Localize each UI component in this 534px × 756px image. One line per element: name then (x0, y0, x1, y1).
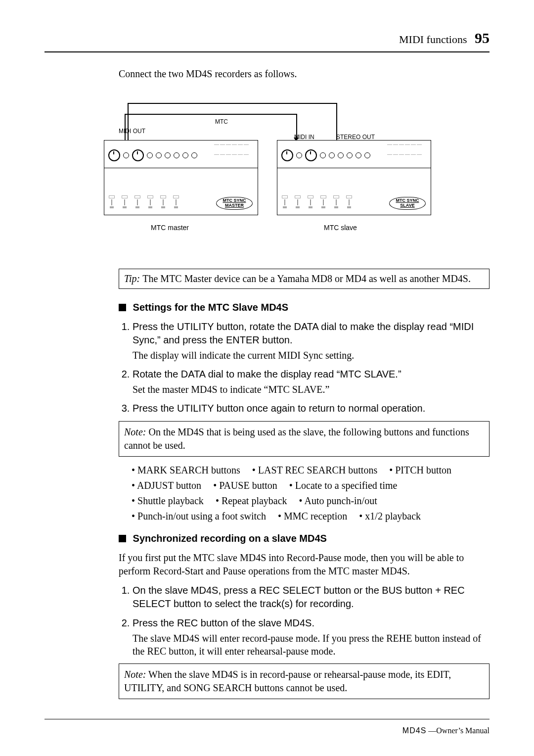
knob-icon (281, 149, 293, 161)
sync-badge-master: MTC SYNC MASTER (216, 197, 253, 210)
label-text: MIDI OUT (119, 128, 145, 135)
footer-logo: MD4S (402, 726, 426, 735)
knob-icon (132, 149, 144, 161)
list-item: MMC reception (278, 510, 347, 523)
caption-slave: MTC slave (324, 223, 357, 233)
device-top-panel (277, 141, 431, 168)
device-top-panel (104, 141, 258, 168)
sync-badge-slave: MTC SYNC SLAVE (389, 197, 426, 210)
list-item: PAUSE button (213, 479, 277, 492)
device-master: MTC SYNC MASTER (104, 140, 258, 215)
note-box-pause-mode: Note: When the slave MD4S is in record-p… (119, 663, 490, 699)
knob-icon (329, 152, 335, 158)
header-section: MIDI functions (399, 33, 467, 46)
list-item: LAST REC SEARCH buttons (252, 464, 377, 477)
cable-line (129, 103, 336, 104)
list-item: Locate to a specified time (289, 479, 398, 492)
note-label: Note: (124, 669, 146, 680)
cannot-use-list: MARK SEARCH buttons LAST REC SEARCH butt… (132, 464, 490, 523)
slider-row (281, 195, 353, 211)
knob-icon (338, 152, 344, 158)
knob-row (108, 149, 197, 161)
device-slave: MTC SYNC SLAVE (277, 140, 431, 215)
steps-list-settings: Press the UTILITY button, rotate the DAT… (119, 320, 490, 415)
step-main: Press the UTILITY button, rotate the DAT… (133, 321, 474, 345)
slider-icon (108, 195, 115, 211)
slider-icon (160, 195, 167, 211)
slider-icon (281, 195, 288, 211)
display-lines-icon (387, 144, 427, 163)
step-item: Press the UTILITY button, rotate the DAT… (133, 320, 490, 362)
slider-icon (320, 195, 327, 211)
knob-row (281, 149, 370, 161)
knob-icon (108, 149, 120, 161)
footer-text: —Owner’s Manual (428, 726, 490, 735)
knob-icon (147, 152, 153, 158)
step-item: On the slave MD4S, press a REC SELECT bu… (133, 584, 490, 611)
slider-icon (346, 195, 353, 211)
device-bottom-panel: MTC SYNC SLAVE (277, 168, 431, 215)
section2-intro: If you first put the MTC slave MD4S into… (119, 551, 490, 578)
slider-icon (147, 195, 154, 211)
list-item: x1/2 playback (359, 510, 421, 523)
tip-label: Tip: (124, 273, 140, 284)
list-item: Repeat playback (216, 494, 287, 508)
knob-icon (364, 152, 370, 158)
knob-icon (320, 152, 326, 158)
knob-icon (165, 152, 171, 158)
tip-box: Tip: The MTC Master device can be a Yama… (119, 269, 490, 289)
display-lines-icon (214, 144, 254, 163)
slider-row (108, 195, 179, 211)
list-item: MARK SEARCH buttons (132, 464, 240, 477)
label-midi-out: MIDI OUT (119, 127, 145, 135)
slider-icon (294, 195, 301, 211)
section-heading-settings: Settings for the MTC Slave MD4S (119, 301, 490, 314)
connection-diagram: MIDI OUT MTC MIDI IN STEREO OUT (104, 91, 490, 249)
section-heading-sync-rec: Synchronized recording on a slave MD4S (119, 532, 490, 545)
slider-icon (173, 195, 179, 211)
steps-list-syncrec: On the slave MD4S, press a REC SELECT bu… (119, 584, 490, 658)
tip-text: The MTC Master device can be a Yamaha MD… (142, 273, 471, 284)
step-main: On the slave MD4S, press a REC SELECT bu… (133, 585, 465, 609)
step-item: Press the UTILITY button once again to r… (133, 402, 490, 415)
step-item: Rotate the DATA dial to make the display… (133, 368, 490, 396)
knob-icon (191, 152, 197, 158)
note-text: When the slave MD4S is in record-pause o… (124, 669, 451, 693)
badge-text: MTC SYNC MASTER (216, 197, 253, 210)
slider-icon (134, 195, 141, 211)
knob-icon (347, 152, 353, 158)
step-main: Press the REC button of the slave MD4S. (133, 617, 314, 628)
slider-icon (333, 195, 340, 211)
heading-text: Settings for the MTC Slave MD4S (133, 302, 289, 313)
page-content: Connect the two MD4S recorders as follow… (119, 67, 490, 699)
step-main: Press the UTILITY button once again to r… (133, 403, 425, 414)
knob-icon (305, 149, 317, 161)
heading-text: Synchronized recording on a slave MD4S (133, 533, 327, 544)
step-main: Rotate the DATA dial to make the display… (133, 369, 401, 379)
page-number: 95 (475, 30, 490, 46)
slider-icon (307, 195, 314, 211)
list-item: Punch-in/out using a foot switch (132, 510, 266, 523)
square-bullet-icon (119, 304, 126, 311)
knob-icon (156, 152, 162, 158)
caption-master: MTC master (151, 223, 189, 233)
list-item: PITCH button (389, 464, 451, 477)
step-subtext: The display will indicate the current MI… (133, 349, 490, 362)
knob-icon (123, 152, 129, 158)
page-footer: MD4S —Owner’s Manual (402, 726, 490, 735)
label-mtc: MTC (215, 118, 228, 126)
page-header: MIDI functions 95 (44, 30, 490, 52)
badge-text: MTC SYNC SLAVE (389, 197, 426, 210)
knob-icon (174, 152, 179, 158)
cable-line (126, 114, 296, 115)
list-item: Auto punch-in/out (299, 494, 377, 508)
device-bottom-panel: MTC SYNC MASTER (104, 168, 258, 215)
knob-icon (356, 152, 361, 158)
knob-icon (182, 152, 188, 158)
note-box-cannot-use: Note: On the MD4S that is being used as … (119, 421, 490, 457)
square-bullet-icon (119, 535, 126, 542)
intro-text: Connect the two MD4S recorders as follow… (119, 67, 490, 81)
knob-icon (296, 152, 302, 158)
slider-icon (121, 195, 128, 211)
list-item: ADJUST button (132, 479, 201, 492)
